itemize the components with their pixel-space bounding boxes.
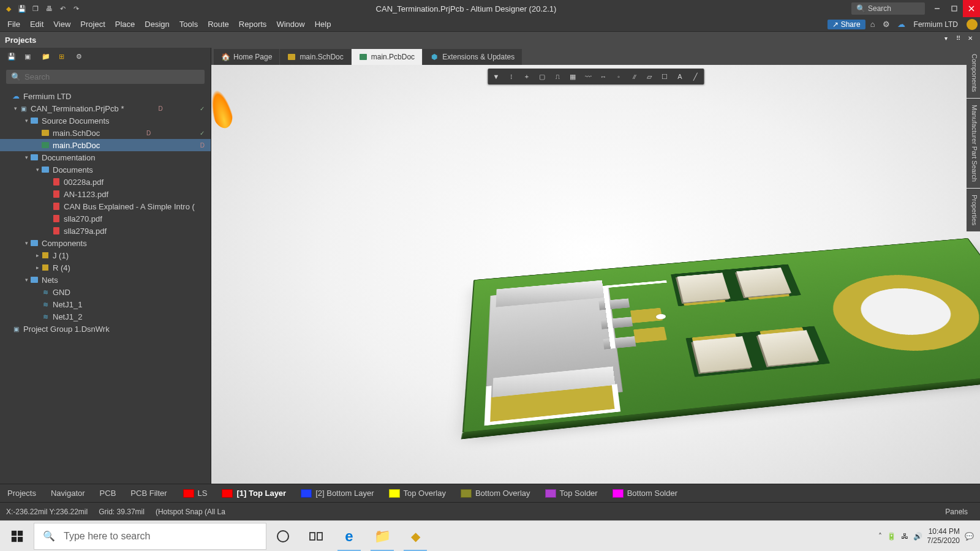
- tree-item[interactable]: ▣Project Group 1.DsnWrk: [0, 323, 211, 335]
- menu-reports[interactable]: Reports: [234, 18, 272, 30]
- line-icon[interactable]: ╱: [688, 70, 703, 83]
- tree-item[interactable]: slla270.pdf: [0, 212, 211, 225]
- pcb-3d-canvas[interactable]: ▼ ⫶ + ▢ ⎍ ▦ 〰 ↔ ◦ ⫽ ▱ ☐ A ╱: [211, 65, 980, 484]
- route-icon[interactable]: 〰: [581, 70, 595, 83]
- menu-place[interactable]: Place: [110, 18, 140, 30]
- tray-chevron-icon[interactable]: ˄: [878, 532, 882, 541]
- tree-item[interactable]: main.PcbDocD: [0, 139, 211, 151]
- start-button[interactable]: [0, 521, 34, 552]
- share-button[interactable]: ↗Share: [827, 20, 865, 29]
- tree-item[interactable]: ☁Fermium LTD: [0, 90, 211, 102]
- tray-clock[interactable]: 10:44 PM 7/25/2020: [927, 527, 960, 545]
- via-icon[interactable]: ◦: [611, 70, 626, 83]
- dimension-icon[interactable]: ⫽: [627, 70, 641, 83]
- doc-tab[interactable]: ⬢Extensions & Updates: [423, 49, 522, 65]
- layer-tab[interactable]: [1] Top Layer: [216, 484, 292, 503]
- align-icon[interactable]: ⎍: [550, 70, 565, 83]
- tray-network-icon[interactable]: 🖧: [901, 532, 908, 541]
- doc-tab[interactable]: main.PcbDoc: [352, 49, 422, 65]
- menu-window[interactable]: Window: [271, 18, 309, 30]
- panels-button[interactable]: Panels: [939, 506, 974, 517]
- tree-item[interactable]: ≋GND: [0, 286, 211, 298]
- cortana-icon[interactable]: [266, 521, 300, 552]
- projects-search[interactable]: 🔍: [6, 70, 205, 84]
- menu-design[interactable]: Design: [140, 18, 174, 30]
- tree-item[interactable]: CAN Bus Explained - A Simple Intro (: [0, 200, 211, 212]
- open-folder-icon[interactable]: 📁: [42, 53, 51, 62]
- polygon-icon[interactable]: ▱: [642, 70, 657, 83]
- panel-rail-properties[interactable]: Properties: [967, 189, 980, 231]
- save-icon[interactable]: 💾: [17, 4, 27, 13]
- print-icon[interactable]: 🖶: [44, 4, 54, 13]
- layer-tab[interactable]: [2] Bottom Layer: [295, 484, 380, 503]
- layer-tab[interactable]: Top Overlay: [383, 484, 452, 503]
- layer-tab[interactable]: Top Solder: [539, 484, 604, 503]
- tree-item[interactable]: ▾Documents: [0, 163, 211, 176]
- bottom-tab-pcb[interactable]: PCB: [92, 486, 124, 500]
- bottom-tab-projects[interactable]: Projects: [0, 486, 43, 500]
- projects-search-input[interactable]: [24, 72, 200, 81]
- tree-item[interactable]: ≋NetJ1_1: [0, 298, 211, 310]
- layer-tab[interactable]: Bottom Solder: [606, 484, 684, 503]
- menu-route[interactable]: Route: [203, 18, 234, 30]
- tree-item[interactable]: ▾▣CAN_Termination.PrjPcb *D✓: [0, 102, 211, 114]
- panel-rail-components[interactable]: Components: [967, 48, 980, 98]
- text-icon[interactable]: A: [673, 70, 687, 83]
- layer-tab[interactable]: Bottom Overlay: [454, 484, 537, 503]
- compile-icon[interactable]: ▣: [24, 53, 34, 62]
- tree-item[interactable]: AN-1123.pdf: [0, 188, 211, 200]
- doc-tab[interactable]: main.SchDoc: [280, 49, 350, 65]
- cloud-icon[interactable]: ☁: [895, 20, 908, 29]
- panel-pin-icon[interactable]: ⠿: [953, 35, 963, 45]
- windows-search[interactable]: 🔍 Type here to search: [34, 523, 266, 550]
- rect-icon[interactable]: ▢: [535, 70, 549, 83]
- layer-tab[interactable]: LS: [177, 484, 214, 503]
- undo-icon[interactable]: ↶: [58, 4, 67, 13]
- edge-icon[interactable]: e: [333, 521, 366, 552]
- tree-item[interactable]: main.SchDocD✓: [0, 127, 211, 139]
- user-label[interactable]: Fermium LTD: [910, 20, 962, 29]
- home-icon[interactable]: ⌂: [868, 20, 878, 29]
- task-view-icon[interactable]: [300, 521, 333, 552]
- altium-taskbar-icon[interactable]: ◆: [399, 521, 432, 552]
- bottom-tab-navigator[interactable]: Navigator: [43, 486, 92, 500]
- minimize-button[interactable]: [929, 0, 946, 17]
- menu-project[interactable]: Project: [75, 18, 110, 30]
- tree-item[interactable]: ▾Components: [0, 237, 211, 249]
- tree-item[interactable]: 00228a.pdf: [0, 176, 211, 188]
- gear-icon[interactable]: ⚙: [76, 53, 86, 62]
- tree-item[interactable]: ▾Source Documents: [0, 114, 211, 127]
- component-icon[interactable]: ▦: [565, 70, 580, 83]
- user-avatar-icon[interactable]: [967, 19, 978, 30]
- tree-item[interactable]: ▸J (1): [0, 249, 211, 261]
- menu-file[interactable]: File: [2, 18, 25, 30]
- bottom-tab-pcb-filter[interactable]: PCB Filter: [123, 486, 174, 500]
- maximize-button[interactable]: [946, 0, 963, 17]
- tray-volume-icon[interactable]: 🔊: [913, 532, 922, 541]
- tree-item[interactable]: ▾Nets: [0, 274, 211, 286]
- explorer-icon[interactable]: 📁: [366, 521, 399, 552]
- panel-menu-icon[interactable]: ▾: [941, 35, 951, 45]
- tree-item[interactable]: ≋NetJ1_2: [0, 310, 211, 323]
- tray-battery-icon[interactable]: 🔋: [887, 532, 896, 541]
- panel-rail-manufacturer-part-search[interactable]: Manufacturer Part Search: [967, 99, 980, 188]
- designator-icon[interactable]: ⫶: [504, 70, 519, 83]
- add-icon[interactable]: ⊞: [59, 53, 69, 62]
- measure-icon[interactable]: ↔: [596, 70, 611, 83]
- doc-tab[interactable]: 🏠Home Page: [214, 49, 279, 65]
- menu-edit[interactable]: Edit: [25, 18, 48, 30]
- save-all-icon[interactable]: ❐: [31, 4, 40, 13]
- save-project-icon[interactable]: 💾: [7, 53, 17, 62]
- menu-view[interactable]: View: [48, 18, 75, 30]
- filter-icon[interactable]: ▼: [489, 70, 503, 83]
- menu-help[interactable]: Help: [310, 18, 336, 30]
- redo-icon[interactable]: ↷: [71, 4, 81, 13]
- tree-item[interactable]: slla279a.pdf: [0, 225, 211, 237]
- tree-item[interactable]: ▾Documentation: [0, 151, 211, 163]
- panel-close-icon[interactable]: ✕: [965, 35, 975, 45]
- notifications-icon[interactable]: 💬: [965, 532, 974, 541]
- layer-icon[interactable]: ☐: [657, 70, 672, 83]
- place-icon[interactable]: +: [519, 70, 534, 83]
- menu-tools[interactable]: Tools: [175, 18, 203, 30]
- close-button[interactable]: [963, 0, 980, 17]
